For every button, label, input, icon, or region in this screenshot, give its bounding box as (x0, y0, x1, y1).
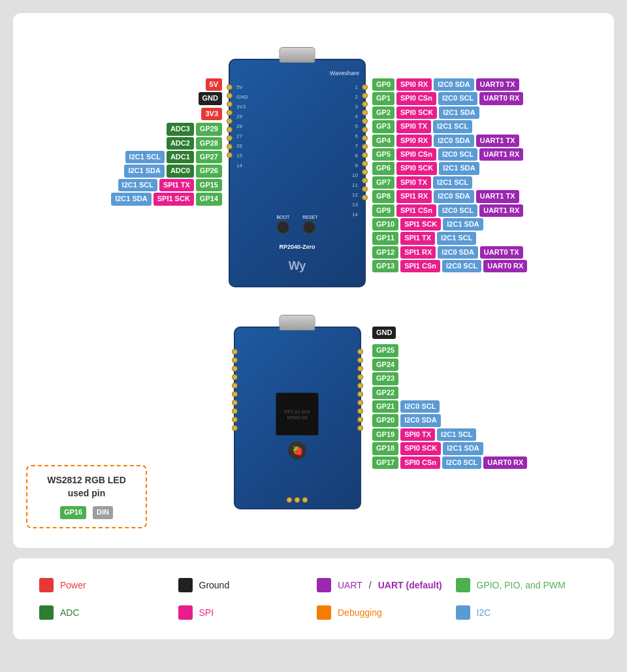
label-row-gp13: GP13 SPI1 CSn I2C0 SCL UART0 RX (372, 260, 627, 272)
pin-i2c0-scl-1: I2C0 SCL (438, 92, 477, 104)
pin-gp4: GP4 (372, 135, 394, 147)
label-row-gp22: GP22 (372, 387, 627, 399)
board-left-pins (227, 83, 233, 159)
legend-debugging-swatch (317, 605, 331, 620)
legend-i2c: I2C (456, 605, 588, 620)
label-row-gp6: GP6 SPI0 SCK I2C1 SDA (372, 162, 627, 174)
legend-power: Power (39, 578, 172, 592)
legend-grid: Power Ground UART / UART (default) GPIO,… (39, 578, 588, 620)
pin-uart0-rx-17: UART0 RX (483, 456, 527, 469)
pin-gp20: GP20 (372, 414, 398, 426)
legend-debugging-label: Debugging (338, 607, 382, 618)
pin-gp18: GP18 (372, 442, 398, 455)
pin-5v: 5V (206, 78, 222, 91)
pinout-diagram: 5V GND 3V3 ADC3 GP29 ADC2 GP28 (26, 33, 627, 528)
pin-spi0-csn-17: SPI0 CSn (400, 456, 440, 469)
legend-adc: ADC (39, 605, 172, 620)
pin-spi0-csn-1: SPI0 CSn (396, 92, 436, 104)
legend-debugging: Debugging (317, 605, 449, 620)
label-row-gp26: I2C1 SDA ADC0 GP26 (124, 165, 222, 177)
pin-uart0-rx-1: UART0 RX (479, 92, 523, 104)
legend-adc-label: ADC (60, 607, 80, 618)
label-row-gnd-top: GND (199, 92, 222, 104)
pin-gp17: GP17 (372, 456, 398, 469)
pin-adc2: ADC2 (167, 137, 194, 150)
pin-gp13: GP13 (372, 260, 398, 272)
top-left-labels: 5V GND 3V3 ADC3 GP29 ADC2 GP28 (26, 33, 222, 206)
pin-spi0-sck-18: SPI0 SCK (400, 442, 441, 455)
label-row-gp9: GP9 SPI1 CSn I2C0 SCL UART1 RX (372, 204, 627, 217)
bottom-board-center: RP2-91 20/4 M5542.00 🍓 (222, 307, 372, 509)
pin-uart1-tx-4: UART1 TX (476, 135, 519, 147)
pin-spi0-rx-0: SPI0 RX (396, 78, 432, 91)
legend-spi: SPI (178, 605, 311, 620)
legend-adc-swatch (39, 605, 54, 620)
pin-spi1-sck-10: SPI1 SCK (400, 218, 441, 231)
pin-gp7: GP7 (372, 176, 394, 189)
pin-i2c0-sda-8: I2C0 SDA (434, 190, 474, 202)
usb-connector-top (280, 47, 315, 63)
pin-i2c1-scl-15: I2C1 SCL (118, 179, 157, 191)
bottom-board-bottom-pins (287, 496, 308, 504)
legend-uart-slash: / (369, 580, 372, 590)
pin-uart0-tx-12: UART0 TX (480, 246, 523, 259)
pin-spi1-rx-12: SPI1 RX (400, 246, 436, 259)
pin-gp0: GP0 (372, 78, 394, 91)
pin-i2c0-sda-12: I2C0 SDA (438, 246, 478, 259)
reset-button[interactable] (302, 221, 315, 234)
pin-gp12: GP12 (372, 246, 398, 259)
pin-gp29: GP29 (196, 123, 222, 135)
rpi-logo: 🍓 (288, 441, 306, 460)
pin-i2c1-sda-26: I2C1 SDA (124, 165, 165, 177)
pin-i2c1-scl-3: I2C1 SCL (433, 120, 472, 133)
pin-spi1-tx: SPI1 TX (159, 179, 194, 191)
label-row-gp17: GP17 SPI0 CSn I2C0 SCL UART0 RX (372, 456, 627, 469)
main-diagram-card: 5V GND 3V3 ADC3 GP29 ADC2 GP28 (13, 13, 614, 548)
pin-spi0-sck-6: SPI0 SCK (396, 162, 437, 174)
pin-uart1-rx-9: UART1 RX (479, 204, 523, 217)
pin-i2c1-sda-2: I2C1 SDA (439, 106, 479, 119)
label-row-gp11: GP11 SPI1 TX I2C1 SCL (372, 232, 627, 244)
pin-gp16: GP16 (60, 506, 86, 519)
legend-uart: UART / UART (default) (317, 578, 449, 592)
ws2812-title: WS2812 RGB LEDused pin (38, 474, 135, 500)
pin-uart0-tx-0: UART0 TX (476, 78, 519, 91)
label-row-gp29: ADC3 GP29 (167, 123, 222, 135)
legend-spi-label: SPI (199, 607, 214, 618)
label-row-gp3: GP3 SPI0 TX I2C1 SCL (372, 120, 627, 133)
boot-button[interactable] (276, 221, 289, 234)
pin-spi1-sck: SPI1 SCK (153, 193, 194, 205)
top-board-image: Waveshare 5V GND 3V3 29 28 27 26 15 14 (229, 59, 366, 287)
pin-gnd-bottom: GND (372, 327, 396, 339)
board-brand-text: Waveshare (330, 70, 359, 78)
pin-gp1: GP1 (372, 92, 394, 104)
label-row-gp18: GP18 SPI0 SCK I2C1 SDA (372, 442, 627, 455)
pin-gp6: GP6 (372, 162, 394, 174)
pin-din: DIN (93, 506, 113, 519)
legend-power-swatch (39, 578, 54, 592)
pin-gp14: GP14 (196, 193, 222, 205)
pin-spi0-tx-3: SPI0 TX (396, 120, 431, 133)
pin-i2c1-scl-27: I2C1 SCL (125, 151, 165, 163)
pin-adc3: ADC3 (167, 123, 194, 135)
rp2040-chip: RP2-91 20/4 M5542.00 (276, 393, 319, 436)
board-name-label: RP2040-Zero (279, 244, 315, 250)
pin-i2c0-scl-17: I2C0 SCL (442, 456, 481, 469)
pin-spi0-tx-19: SPI0 TX (400, 428, 435, 441)
pin-gp3: GP3 (372, 120, 394, 133)
label-row-gp15: I2C1 SCL SPI1 TX GP15 (118, 179, 222, 191)
pin-gp19: GP19 (372, 428, 398, 441)
pin-gp26: GP26 (196, 165, 222, 177)
top-board-section: 5V GND 3V3 ADC3 GP29 ADC2 GP28 (26, 33, 627, 287)
label-row-gp28: ADC2 GP28 (167, 137, 222, 150)
legend-uart-swatch (317, 578, 331, 592)
label-row-3v3: 3V3 (201, 108, 222, 120)
pin-spi1-csn-13: SPI1 CSn (400, 260, 440, 272)
bottom-board-right-pins (357, 347, 363, 432)
legend-gpio: GPIO, PIO, and PWM (456, 578, 588, 592)
pin-i2c0-scl-21: I2C0 SCL (400, 400, 440, 413)
pin-spi1-tx-11: SPI1 TX (400, 232, 435, 244)
pin-spi1-csn-9: SPI1 CSn (396, 204, 436, 217)
pin-spi0-sck-2: SPI0 SCK (396, 106, 437, 119)
pin-gp23: GP23 (372, 372, 398, 385)
